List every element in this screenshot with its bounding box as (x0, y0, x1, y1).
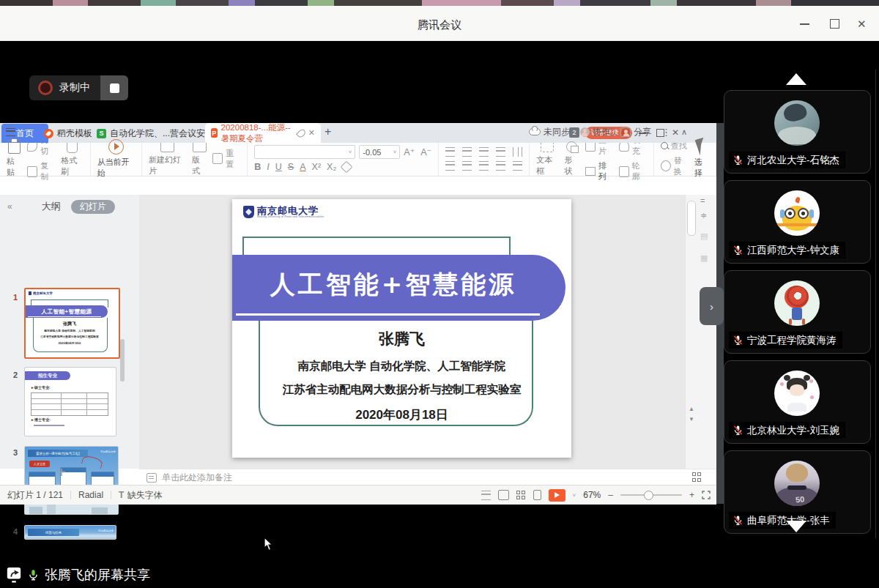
notes-bar[interactable]: 单击此处添加备注 (139, 469, 716, 485)
theme-name[interactable]: Radial (78, 490, 103, 500)
zoom-out-icon[interactable]: – (608, 490, 613, 500)
missing-font-icon: T (119, 490, 124, 500)
reset-button[interactable]: 重置 (212, 148, 240, 170)
font-size-combo[interactable]: -0.05˅ (359, 145, 400, 159)
slide-thumbnail-1[interactable]: 南京邮电大学 人工智能+智慧能源 张腾飞 南京邮电大学 自动化学院、人工智能学院… (24, 288, 120, 359)
arrange-button[interactable]: 排列 (585, 160, 613, 182)
participant-tile[interactable]: 北京林业大学-刘玉婉 (724, 360, 871, 444)
scroll-up-arrow[interactable] (786, 73, 806, 85)
sync-status[interactable]: 未同步 (529, 126, 570, 138)
paragraph-group (439, 141, 530, 176)
vertical-scrollbar[interactable] (687, 201, 696, 236)
textbox-button[interactable]: 文本框 (536, 141, 558, 176)
slides-tab[interactable]: 幻灯片 (71, 200, 115, 214)
desktop-edge-strip (0, 0, 879, 6)
zoom-percent[interactable]: 67% (583, 490, 601, 500)
new-tab-button[interactable]: + (324, 125, 331, 138)
indent-increase-icon[interactable] (496, 147, 505, 157)
animation-pane-icon[interactable]: ▤ (700, 231, 708, 241)
maximize-button[interactable] (830, 19, 839, 29)
add-slide-button[interactable]: + (57, 464, 66, 481)
scroll-down-arrow[interactable] (786, 521, 806, 532)
share-label: 分享 (634, 126, 651, 138)
shapes-button[interactable]: 形状 (565, 141, 579, 176)
slide-thumbnail-2[interactable]: 招生专业 ▸ 硕士专业: ▸ 博士专业: (24, 367, 116, 436)
tab-close-icon[interactable]: ✕ (308, 128, 315, 138)
select-button[interactable]: 选择 (694, 138, 709, 179)
tab-active-presentation[interactable]: P 20200818-...能源--暑期夏令营 ✕ (205, 123, 321, 143)
play-caret-icon[interactable]: ˅ (573, 492, 576, 499)
minimize-button[interactable] (800, 23, 809, 25)
collaborate-button[interactable]: 协作 (580, 126, 610, 138)
panel-expand-handle[interactable]: › (700, 287, 724, 325)
outline-button[interactable]: 轮廓 (619, 160, 647, 182)
tab-docer[interactable]: 稻壳模板 (38, 124, 98, 143)
panel-collapse-icon[interactable]: « (7, 201, 12, 212)
sorter-view-icon[interactable] (516, 491, 526, 500)
participant-tile[interactable]: 江西师范大学-钟文康 (724, 180, 871, 264)
bullet-list-icon[interactable] (445, 147, 455, 157)
justify-icon[interactable] (496, 161, 505, 171)
mini-author: 张腾飞 (26, 321, 114, 327)
close-icon[interactable]: ✕ (857, 18, 867, 31)
copy-button[interactable]: 复制 (27, 160, 55, 182)
text-direction-icon[interactable] (513, 147, 522, 157)
zoom-knob[interactable] (644, 491, 653, 500)
replace-button[interactable]: 替换 (661, 155, 689, 177)
properties-panel-icon[interactable]: ≑ (700, 211, 707, 220)
play-circle-icon (108, 139, 124, 155)
fit-screen-icon[interactable] (702, 491, 711, 499)
paste-button[interactable]: 粘贴 (7, 140, 21, 178)
sheet-file-icon: S (97, 129, 106, 138)
avatar-girl-cartoon (774, 371, 820, 416)
layout-button[interactable]: 版式 (192, 141, 207, 176)
collab-cluster: 未同步 协作 分享 ⋮ ∧ (529, 123, 687, 141)
superscript-button[interactable]: X² (312, 162, 322, 172)
stop-recording-button[interactable] (100, 75, 128, 100)
record-dot-icon (38, 81, 53, 95)
subscript-button[interactable]: X₂ (327, 162, 336, 172)
align-center-icon[interactable] (462, 161, 472, 171)
participant-name: 江西师范大学-钟文康 (747, 244, 839, 257)
clear-format-icon[interactable] (341, 161, 353, 174)
decrease-font-button[interactable]: A⁻ (420, 146, 431, 157)
number-list-icon[interactable] (462, 147, 472, 157)
font-family-combo[interactable]: ˅ (254, 145, 355, 159)
slide-canvas[interactable]: 南京邮电大学 Nanjing University of Posts and T… (232, 199, 571, 458)
new-slide-button[interactable]: 新建幻灯片 (149, 141, 186, 176)
align-right-icon[interactable] (479, 161, 489, 171)
ruler-toggle-icon[interactable]: = (700, 196, 705, 205)
zoom-slider[interactable] (620, 494, 682, 496)
grid-view-icon[interactable] (692, 472, 702, 482)
underline-button[interactable]: U (275, 162, 282, 172)
missing-font-label[interactable]: 缺失字体 (127, 489, 162, 502)
participant-tile[interactable]: 宁波工程学院黄海涛 (724, 270, 871, 354)
slide-thumbnail-4[interactable]: 优势与特色 南京邮电大学 (24, 525, 116, 540)
participant-name: 北京林业大学-刘玉婉 (747, 424, 839, 437)
selection-pane-icon[interactable]: ▦ (700, 253, 708, 263)
notes-toggle-icon[interactable] (481, 491, 491, 500)
increase-font-button[interactable]: A⁺ (404, 146, 415, 157)
share-button[interactable]: 分享 (620, 126, 651, 138)
next-slide-icon[interactable]: ▼ (689, 416, 694, 423)
align-left-icon[interactable] (445, 161, 455, 171)
format-painter-button[interactable]: 格式刷 (61, 141, 83, 177)
zoom-in-icon[interactable]: + (689, 490, 694, 500)
bold-button[interactable]: B (254, 162, 261, 172)
play-from-current-button[interactable]: 从当前开始 (97, 139, 135, 179)
normal-view-icon[interactable] (498, 490, 509, 500)
panel-scrollbar[interactable] (120, 339, 125, 382)
font-color-button[interactable]: A (300, 162, 305, 172)
collapse-ribbon-icon[interactable]: ∧ (681, 127, 687, 137)
more-menu-icon[interactable]: ⋮ (661, 127, 671, 138)
participant-tile[interactable]: 河北农业大学-石铭杰 (724, 90, 871, 174)
slideshow-play-button[interactable] (549, 489, 565, 502)
indent-decrease-icon[interactable] (479, 147, 489, 157)
strikethrough-button[interactable]: S (288, 162, 294, 172)
italic-button[interactable]: I (267, 162, 269, 172)
pin-icon[interactable] (296, 127, 307, 138)
reading-view-icon[interactable] (533, 490, 541, 500)
outline-tab[interactable]: 大纲 (42, 200, 61, 213)
prev-slide-icon[interactable]: ▲ (689, 406, 694, 412)
line-spacing-icon[interactable] (513, 161, 522, 171)
